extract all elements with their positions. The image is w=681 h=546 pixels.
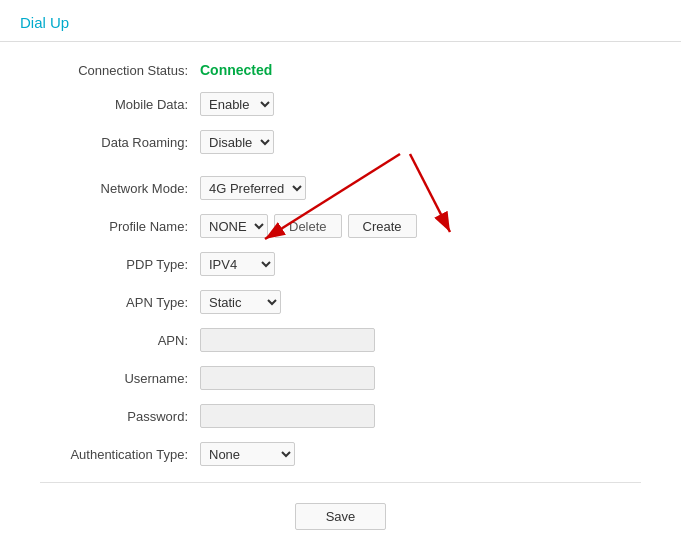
form-divider (40, 482, 641, 483)
data-roaming-row: Data Roaming: Enable Disable (40, 130, 641, 154)
save-row: Save (40, 503, 641, 530)
username-row: Username: (40, 366, 641, 390)
username-label: Username: (40, 371, 200, 386)
password-row: Password: (40, 404, 641, 428)
network-mode-row: Network Mode: 4G Preferred 3G Only 2G On… (40, 176, 641, 200)
profile-name-label: Profile Name: (40, 219, 200, 234)
pdp-type-label: PDP Type: (40, 257, 200, 272)
auth-type-label: Authentication Type: (40, 447, 200, 462)
save-button[interactable]: Save (295, 503, 387, 530)
data-roaming-label: Data Roaming: (40, 135, 200, 150)
apn-type-row: APN Type: Static Dynamic (40, 290, 641, 314)
pdp-type-row: PDP Type: IPV4 IPV6 IPV4V6 (40, 252, 641, 276)
mobile-data-label: Mobile Data: (40, 97, 200, 112)
delete-button[interactable]: Delete (274, 214, 342, 238)
apn-type-select[interactable]: Static Dynamic (200, 290, 281, 314)
profile-name-row: Profile Name: NONE Delete Create (40, 214, 641, 238)
apn-label: APN: (40, 333, 200, 348)
apn-type-label: APN Type: (40, 295, 200, 310)
connection-status-label: Connection Status: (40, 63, 200, 78)
connection-status-value: Connected (200, 62, 272, 78)
network-mode-label: Network Mode: (40, 181, 200, 196)
form-container: Connection Status: Connected Mobile Data… (0, 42, 681, 546)
username-input[interactable] (200, 366, 375, 390)
profile-name-select[interactable]: NONE (200, 214, 268, 238)
profile-controls: NONE Delete Create (200, 214, 417, 238)
apn-row: APN: (40, 328, 641, 352)
pdp-type-select[interactable]: IPV4 IPV6 IPV4V6 (200, 252, 275, 276)
page-header: Dial Up (0, 0, 681, 42)
auth-type-row: Authentication Type: None PAP CHAP PAP/C… (40, 442, 641, 466)
data-roaming-select[interactable]: Enable Disable (200, 130, 274, 154)
network-mode-select[interactable]: 4G Preferred 3G Only 2G Only 4G Only (200, 176, 306, 200)
create-button[interactable]: Create (348, 214, 417, 238)
connection-status-row: Connection Status: Connected (40, 62, 641, 78)
apn-input[interactable] (200, 328, 375, 352)
password-label: Password: (40, 409, 200, 424)
auth-type-select[interactable]: None PAP CHAP PAP/CHAP (200, 442, 295, 466)
password-input[interactable] (200, 404, 375, 428)
page-title: Dial Up (20, 14, 69, 31)
mobile-data-row: Mobile Data: Enable Disable (40, 92, 641, 116)
mobile-data-select[interactable]: Enable Disable (200, 92, 274, 116)
